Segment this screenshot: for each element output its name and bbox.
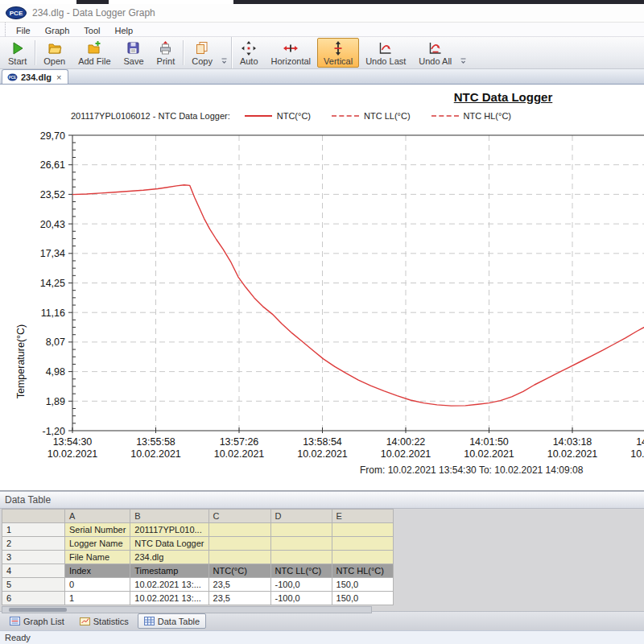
table-cell[interactable]: NTC HL(°C): [332, 564, 393, 578]
y-tick-label: 20,43: [40, 219, 65, 230]
x-tick-time-label: 14:03:18: [553, 436, 592, 448]
table-cell[interactable]: 150,0: [332, 592, 393, 605]
x-tick-date-label: 10.02.2021: [381, 448, 431, 460]
table-cell[interactable]: File Name: [65, 551, 130, 564]
app-window: PCE 234.dlg - Data Logger Graph FileGrap…: [0, 0, 644, 644]
table-cell[interactable]: Index: [65, 564, 130, 578]
table-row: 6110.02.2021 13:...23,5-100,0150,0: [2, 592, 394, 605]
title-bar: PCE 234.dlg - Data Logger Graph: [0, 4, 644, 23]
table-cell[interactable]: [332, 537, 393, 551]
column-header-e[interactable]: E: [332, 510, 393, 523]
start-button[interactable]: Start: [2, 38, 33, 68]
column-header-a[interactable]: A: [65, 510, 130, 523]
toolbar: StartOpenAdd FileSavePrintCopyAutoHorizo…: [0, 37, 644, 69]
menu-item-graph[interactable]: Graph: [38, 25, 77, 36]
table-cell[interactable]: 23,5: [208, 578, 270, 592]
table-cell[interactable]: Timestamp: [130, 564, 208, 578]
table-cell[interactable]: [208, 551, 270, 564]
toolbar-separator: [183, 40, 184, 65]
table-cell[interactable]: 150,0: [332, 578, 393, 592]
x-tick-time-label: 13:54:30: [53, 436, 93, 448]
table-cell[interactable]: [332, 551, 393, 564]
plot-area[interactable]: 29,7026,6123,5220,4317,3414,2511,168,074…: [0, 85, 644, 491]
toolbar-group: StartOpenAdd FileSavePrintCopy: [0, 37, 231, 68]
view-tab-graph-list[interactable]: Graph List: [3, 613, 71, 629]
x-tick-date-label: 10.02.2021: [214, 448, 265, 460]
toolbar-button-label: Print: [157, 56, 175, 66]
toolbar-button-label: Start: [8, 56, 27, 66]
row-number[interactable]: 1: [2, 523, 65, 537]
column-header-b[interactable]: B: [130, 510, 208, 523]
row-number[interactable]: 2: [2, 537, 65, 551]
table-cell[interactable]: NTC(°C): [208, 564, 270, 578]
legend-label: NTC HL(°C): [464, 111, 511, 121]
column-header-d[interactable]: D: [270, 510, 332, 523]
toolbar-overflow-button[interactable]: [219, 38, 229, 68]
table-cell[interactable]: -100,0: [270, 592, 332, 605]
y-axis-label: Temperature(°C): [15, 313, 27, 410]
close-tab-icon[interactable]: ×: [55, 72, 63, 82]
legend-series-prefix: 201117YPL0106012 - NTC Data Logger:: [71, 111, 230, 121]
open-button[interactable]: Open: [37, 38, 72, 68]
table-row: 4IndexTimestampNTC(°C)NTC LL(°C)NTC HL(°…: [2, 564, 394, 578]
table-cell[interactable]: Logger Name: [65, 537, 130, 551]
row-number[interactable]: 5: [2, 578, 65, 592]
column-header-c[interactable]: C: [208, 510, 270, 523]
table-row: 2Logger NameNTC Data Logger: [2, 537, 394, 551]
auto-button[interactable]: Auto: [233, 38, 265, 68]
view-tab-data-table[interactable]: Data Table: [138, 613, 206, 629]
y-tick-label: 23,52: [40, 189, 65, 200]
copy-button[interactable]: Copy: [185, 38, 219, 68]
table-cell[interactable]: 10.02.2021 13:...: [130, 592, 208, 605]
status-text: Ready: [5, 633, 31, 642]
vertical-zoom-icon: [331, 41, 345, 56]
menu-item-tool[interactable]: Tool: [76, 25, 107, 36]
y-tick-label: -1,20: [43, 426, 66, 437]
pce-logo-icon: PCE: [6, 6, 27, 19]
chart-panel: 29,7026,6123,5220,4317,3414,2511,168,074…: [0, 85, 644, 491]
row-number[interactable]: 4: [2, 564, 65, 578]
table-cell[interactable]: [270, 551, 332, 564]
view-tab-statistics[interactable]: Statistics: [73, 613, 135, 629]
scrollbar-thumb[interactable]: [9, 608, 67, 612]
save-button[interactable]: Save: [118, 38, 151, 68]
undo-all-button[interactable]: Undo All: [412, 38, 458, 68]
row-number[interactable]: 3: [2, 551, 65, 564]
print-button[interactable]: Print: [151, 38, 182, 68]
table-cell[interactable]: 234.dlg: [130, 551, 208, 564]
table-cell[interactable]: [208, 523, 270, 537]
ntc-series-line: [72, 185, 644, 406]
menu-item-file[interactable]: File: [9, 25, 38, 36]
table-cell[interactable]: [270, 523, 332, 537]
table-cell[interactable]: NTC LL(°C): [270, 564, 332, 578]
row-number-header[interactable]: [2, 510, 65, 523]
document-tab[interactable]: PCE 234.dlg ×: [2, 69, 68, 84]
row-number[interactable]: 6: [2, 592, 65, 605]
data-table-icon: [144, 616, 155, 626]
table-cell[interactable]: [270, 537, 332, 551]
y-tick-label: 4,98: [46, 366, 65, 378]
table-cell[interactable]: 201117YPL010...: [130, 523, 208, 537]
y-tick-label: 29,70: [40, 130, 65, 142]
table-cell[interactable]: [208, 537, 270, 551]
table-cell[interactable]: 23,5: [208, 592, 270, 605]
table-cell[interactable]: Serial Number: [65, 523, 130, 537]
view-tab-label: Graph List: [23, 617, 64, 626]
toolbar-overflow-button[interactable]: [458, 38, 469, 68]
table-cell[interactable]: NTC Data Logger: [130, 537, 208, 551]
table-cell[interactable]: [332, 523, 393, 537]
add-file-button[interactable]: Add File: [72, 38, 117, 68]
copy-icon: [195, 41, 209, 56]
view-tab-label: Statistics: [93, 617, 129, 626]
table-cell[interactable]: 1: [65, 592, 130, 605]
pce-logo-icon: PCE: [7, 73, 18, 81]
table-cell[interactable]: -100,0: [270, 578, 332, 592]
vertical-button[interactable]: Vertical: [317, 38, 359, 68]
table-row: 3File Name234.dlg: [2, 551, 394, 564]
table-cell[interactable]: 0: [65, 578, 130, 592]
undo-last-button[interactable]: Undo Last: [359, 38, 412, 68]
horizontal-scrollbar[interactable]: [2, 606, 372, 613]
menu-item-help[interactable]: Help: [108, 25, 141, 36]
horizontal-button[interactable]: Horizontal: [265, 38, 318, 68]
table-cell[interactable]: 10.02.2021 13:...: [130, 578, 208, 592]
